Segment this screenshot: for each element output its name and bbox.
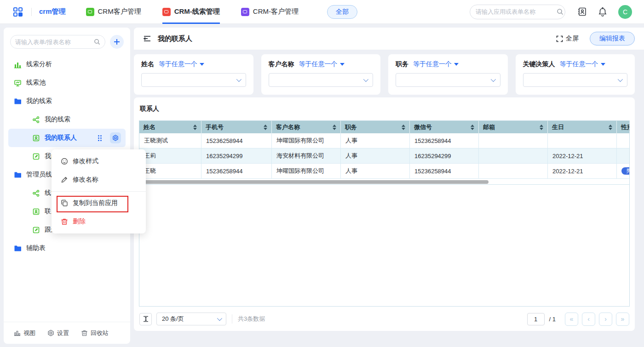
sort-icon[interactable] [540,125,543,130]
page-total-indicator: / 1 [549,316,556,323]
prev-page-button[interactable]: ‹ [582,313,595,326]
settings-icon [47,330,54,336]
search-icon [94,39,100,45]
contacts-table: 姓名 手机号 客户名称 职务 微信号 邮箱 生日 性别 王晓测试 1523625… [139,120,630,307]
global-search-input[interactable] [476,8,557,15]
contacts-book-icon[interactable] [577,7,587,17]
row-height-button[interactable] [139,313,152,325]
table-title: 联系人 [140,105,159,113]
filter-value-select[interactable] [396,73,500,87]
column-header-name[interactable]: 姓名 [139,121,201,133]
filter-condition-dropdown[interactable]: 等于任意一个 [159,60,204,68]
tab-crm-lead-mgmt[interactable]: CRM-线索管理 [162,0,220,24]
fullscreen-icon [556,35,563,42]
sidebar-search-input[interactable] [15,39,94,46]
next-page-button[interactable]: › [599,313,612,326]
column-header-job[interactable]: 职务 [341,121,410,133]
column-header-email[interactable]: 邮箱 [479,121,548,133]
sort-icon[interactable] [193,125,197,130]
contacts-panel: 联系人 姓名 手机号 客户名称 职务 微信号 邮箱 生日 性别 王晓测试 152… [134,97,635,331]
divider [232,314,232,324]
filter-value-select[interactable] [523,73,628,87]
divider [139,184,629,185]
column-header-birthday[interactable]: 生日 [548,121,617,133]
table-row: 王晓测试 15236258944 坤曜国际有限公司 人事 15236258944 [139,133,629,148]
filter-card-customer: 客户名称 等于任意一个 [261,54,381,95]
menu-item-rename[interactable]: 修改名称 [52,171,146,189]
table-header-row: 姓名 手机号 客户名称 职务 微信号 邮箱 生日 性别 [139,121,629,133]
sort-icon[interactable] [609,125,612,130]
caret-down-icon [454,63,459,66]
contact-icon [32,134,40,142]
sidebar-folder-my-leads[interactable]: 我的线索 [4,92,130,110]
folder-icon [14,97,22,105]
sort-icon[interactable] [264,125,267,130]
top-navbar: crm管理 CRM客户管理 CRM-线索管理 CRM-客户管理 全部 [0,0,644,24]
filter-condition-dropdown[interactable]: 等于任意一个 [560,60,605,68]
purple-app-icon [241,8,249,16]
app-brand[interactable]: crm管理 [39,7,66,16]
sidebar-item-my-leads[interactable]: 我的线索 [4,110,130,129]
apps-grid-icon[interactable] [12,6,24,18]
column-header-gender[interactable]: 性别 [617,121,630,133]
collapse-sidebar-icon[interactable] [143,35,151,42]
sidebar-folder-auxiliary[interactable]: 辅助表 [4,239,130,257]
add-form-button[interactable] [110,35,124,49]
views-icon [14,330,21,336]
drag-handle-icon[interactable] [98,135,102,141]
recycle-bin-button[interactable]: 回收站 [81,329,109,337]
filter-value-select[interactable] [141,73,246,87]
face-icon [61,158,68,165]
bell-icon[interactable] [598,7,607,17]
column-header-wechat[interactable]: 微信号 [410,121,479,133]
views-button[interactable]: 视图 [14,329,35,337]
menu-item-copy-to-app[interactable]: 复制到当前应用 [52,194,146,212]
filter-condition-dropdown[interactable]: 等于任意一个 [413,60,459,68]
edit-report-button[interactable]: 编辑报表 [590,32,635,46]
filter-bar: 姓名 等于任意一个 客户名称 等于任意一个 职务 等于任意一个 关键决策人 等于… [134,54,635,95]
last-page-button[interactable]: » [616,313,629,326]
caret-down-icon [340,63,345,66]
filter-card-job: 职务 等于任意一个 [388,54,508,95]
caret-down-icon [601,63,605,66]
filter-card-decision-maker: 关键决策人 等于任意一个 [516,54,635,95]
form-icon [32,153,40,160]
sidebar-search [10,35,105,49]
chevron-down-icon [363,77,368,82]
sort-icon[interactable] [471,125,474,130]
tab-crm-customer-mgmt2[interactable]: CRM-客户管理 [241,0,299,24]
page-title: 我的联系人 [158,34,192,43]
trash-icon [61,218,68,225]
column-header-phone[interactable]: 手机号 [201,121,272,133]
sidebar-item-my-contacts[interactable]: 我的联系人 [8,129,126,147]
context-menu: 修改样式 修改名称 复制到当前应用 删除 [52,149,146,233]
page-size-select[interactable]: 20 条/页 [156,313,226,325]
folder-icon [14,171,22,179]
chart-icon [14,61,22,68]
sidebar-item-lead-pool[interactable]: 线索池 [4,74,130,92]
sort-icon[interactable] [333,125,336,130]
settings-button[interactable]: 设置 [47,329,69,337]
table-row: 王莉 16235294299 海安材料有限公司 人事 16235294299 2… [139,148,629,164]
link-icon [32,189,40,197]
horizontal-scrollbar[interactable] [140,180,489,184]
menu-item-edit-style[interactable]: 修改样式 [52,152,146,171]
filter-condition-dropdown[interactable]: 等于任意一个 [299,60,345,68]
first-page-button[interactable]: « [565,313,578,326]
divider [52,191,146,192]
sidebar-footer: 视图 设置 回收站 [4,322,130,344]
gender-badge: 男 [621,167,630,175]
sort-icon[interactable] [402,125,405,130]
menu-item-delete[interactable]: 删除 [52,212,146,231]
fullscreen-button[interactable]: 全屏 [556,34,579,43]
form-settings-gear-icon[interactable] [110,132,121,143]
tab-crm-customer-mgmt[interactable]: CRM客户管理 [86,0,141,24]
user-avatar[interactable]: C [618,5,632,19]
sidebar-item-lead-analysis[interactable]: 线索分析 [4,55,130,74]
link-icon [32,116,40,124]
filter-value-select[interactable] [269,73,374,87]
column-header-customer[interactable]: 客户名称 [272,121,341,133]
copy-icon [61,199,68,207]
all-apps-button[interactable]: 全部 [327,5,357,19]
current-page-input[interactable]: 1 [527,313,545,325]
